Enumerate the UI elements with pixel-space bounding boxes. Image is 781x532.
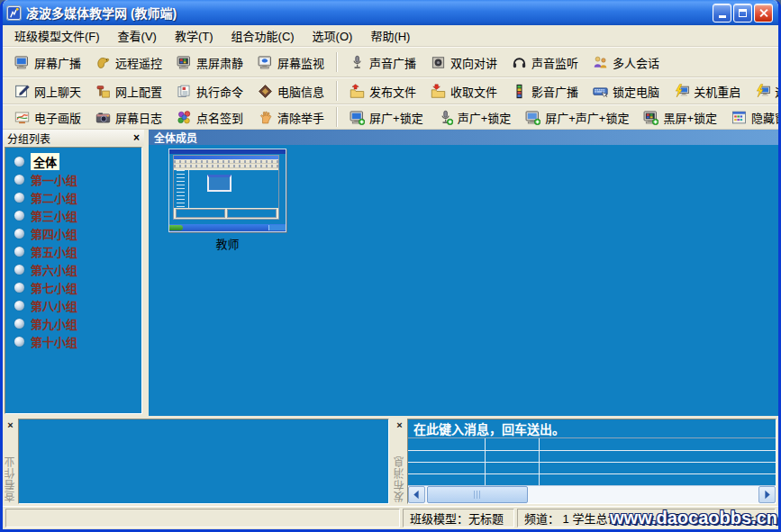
- menu-teach[interactable]: 教学(T): [166, 25, 222, 46]
- scroll-right-button[interactable]: [758, 486, 776, 503]
- menu-view[interactable]: 查看(V): [109, 25, 166, 46]
- mini-taskbar: [169, 224, 286, 231]
- horizontal-scrollbar[interactable]: [408, 485, 776, 503]
- sidebar-item-group-3[interactable]: 第三小组: [5, 206, 141, 224]
- folder-send-icon: [350, 84, 365, 99]
- mini-titlebar: [169, 149, 286, 154]
- mini-tray: [268, 225, 286, 230]
- tool-screen-log[interactable]: 屏幕日志: [88, 107, 169, 128]
- tool-label: 电脑信息: [277, 83, 324, 100]
- message-input-prompt[interactable]: 在此键入消息，回车送出。: [408, 419, 776, 438]
- remote-control-icon: [95, 55, 111, 70]
- tool-voice-broadcast[interactable]: 声音广播: [342, 52, 423, 73]
- toolbar-separator: [336, 81, 338, 101]
- members-header: 全体成员: [149, 130, 778, 145]
- tool-label: 黑屏肃静: [196, 54, 243, 71]
- tool-multi-chat[interactable]: 多人会话: [586, 52, 667, 73]
- maximize-button[interactable]: [733, 4, 752, 23]
- table-gridline: [408, 450, 776, 451]
- close-icon[interactable]: ×: [133, 133, 140, 142]
- group-ball-icon: [14, 157, 24, 167]
- voice-lock-icon: [438, 110, 453, 125]
- tool-label: 屏幕监视: [277, 54, 324, 71]
- homework-panel: × 查看作业: [3, 419, 392, 506]
- member-screen-thumbnail[interactable]: [168, 149, 286, 232]
- close-icon[interactable]: ×: [7, 420, 13, 430]
- tool-remote-poweron[interactable]: 远程开机: [748, 81, 778, 102]
- titlebar[interactable]: 凌波多媒体教学网 (教师端): [3, 0, 778, 25]
- window-title: 凌波多媒体教学网 (教师端): [26, 4, 177, 22]
- mini-inner-window: [207, 175, 232, 192]
- message-table: [408, 438, 776, 485]
- tool-clear-hands[interactable]: 清除举手: [250, 107, 331, 128]
- screen-voice-lock-icon: [525, 110, 540, 125]
- tool-lock-pc[interactable]: 锁定电脑: [586, 81, 667, 102]
- screen-lock-icon: [350, 110, 365, 125]
- menu-options[interactable]: 选项(O): [304, 25, 362, 46]
- menu-combo[interactable]: 组合功能(C): [222, 25, 304, 46]
- status-segment-2: 班级模型：无标题: [403, 509, 514, 527]
- scroll-left-button[interactable]: [408, 486, 425, 503]
- tool-e-board[interactable]: 电子画版: [7, 107, 88, 128]
- tool-roll-call[interactable]: 点名签到: [169, 107, 250, 128]
- tool-collect-file[interactable]: 收取文件: [423, 81, 504, 102]
- group-label: 第六小组: [31, 261, 77, 278]
- tool-shutdown-restart[interactable]: 关机重启: [667, 81, 748, 102]
- tool-label: 执行命令: [196, 83, 243, 100]
- group-ball-icon: [14, 283, 24, 293]
- scrollbar-thumb[interactable]: [427, 486, 528, 503]
- tool-hide-window[interactable]: 隐藏窗口: [724, 107, 778, 128]
- tool-net-chat[interactable]: 网上聊天: [7, 81, 88, 102]
- tool-screen-monitor[interactable]: 屏幕监视: [250, 52, 331, 73]
- tool-screen-broadcast[interactable]: 屏幕广播: [7, 52, 88, 73]
- sidebar-item-all[interactable]: 全体: [5, 152, 141, 170]
- publish-tab[interactable]: 发布消息: [392, 434, 407, 502]
- toolbar-separator: [336, 107, 338, 127]
- tool-pc-info[interactable]: 电脑信息: [250, 81, 331, 102]
- sidebar-item-group-4[interactable]: 第四小组: [5, 224, 141, 242]
- tool-av-broadcast[interactable]: 影音广播: [504, 81, 586, 102]
- screen-watch-icon: [258, 55, 273, 70]
- member-teacher[interactable]: 教师: [168, 149, 286, 252]
- publish-message-panel: × 发布消息 在此键入消息，回车送出。: [392, 419, 778, 506]
- tool-label: 发布文件: [369, 83, 416, 100]
- minimize-button[interactable]: [713, 4, 731, 23]
- app-icon: [6, 5, 22, 21]
- group-ball-icon: [14, 265, 24, 275]
- tool-send-file[interactable]: 发布文件: [342, 81, 423, 102]
- menu-help[interactable]: 帮助(H): [361, 25, 419, 46]
- sidebar-item-group-8[interactable]: 第八小组: [5, 296, 141, 314]
- sidebar-item-group-1[interactable]: 第一小组: [5, 170, 141, 188]
- group-ball-icon: [14, 211, 24, 221]
- group-label: 第十小组: [31, 333, 77, 350]
- tool-black-lock[interactable]: 黑屏+锁定: [636, 107, 724, 128]
- tool-label: 远程开机: [775, 83, 778, 100]
- sidebar-item-group-6[interactable]: 第六小组: [5, 260, 141, 278]
- toolbar-row-3: 电子画版屏幕日志点名签到清除举手屏广+锁定声广+锁定屏广+声广+锁定黑屏+锁定隐…: [3, 104, 778, 130]
- sidebar-item-group-10[interactable]: 第十小组: [5, 332, 141, 350]
- tool-two-way-talk[interactable]: 双向对讲: [423, 52, 504, 73]
- sidebar-item-group-7[interactable]: 第七小组: [5, 278, 141, 296]
- black-screen-icon: [177, 55, 192, 70]
- tool-black-screen[interactable]: 黑屏肃静: [169, 52, 250, 73]
- tool-label: 清除举手: [277, 109, 324, 126]
- homework-tab[interactable]: 查看作业: [3, 434, 18, 502]
- table-gridline: [408, 473, 776, 474]
- group-ball-icon: [14, 229, 24, 239]
- sidebar-item-group-2[interactable]: 第二小组: [5, 188, 141, 206]
- tool-label: 点名签到: [196, 109, 243, 126]
- tool-screen-lock[interactable]: 屏广+锁定: [342, 107, 431, 128]
- close-icon[interactable]: ×: [396, 420, 402, 430]
- sidebar-item-group-9[interactable]: 第九小组: [5, 314, 141, 332]
- tool-net-config[interactable]: 网上配置: [88, 81, 169, 102]
- sidebar-item-group-5[interactable]: 第五小组: [5, 242, 141, 260]
- tool-voice-monitor[interactable]: 声音监听: [504, 52, 586, 73]
- main-area: 全体成员: [149, 130, 778, 416]
- close-button[interactable]: [754, 4, 773, 23]
- tool-screen-voice-lock[interactable]: 屏广+声广+锁定: [518, 107, 636, 128]
- tool-label: 屏广+声广+锁定: [545, 109, 629, 126]
- menu-file[interactable]: 班级模型文件(F): [5, 25, 109, 46]
- tool-remote-control[interactable]: 远程遥控: [88, 52, 169, 73]
- tool-exec-command[interactable]: 执行命令: [169, 81, 250, 102]
- tool-voice-lock[interactable]: 声广+锁定: [431, 107, 519, 128]
